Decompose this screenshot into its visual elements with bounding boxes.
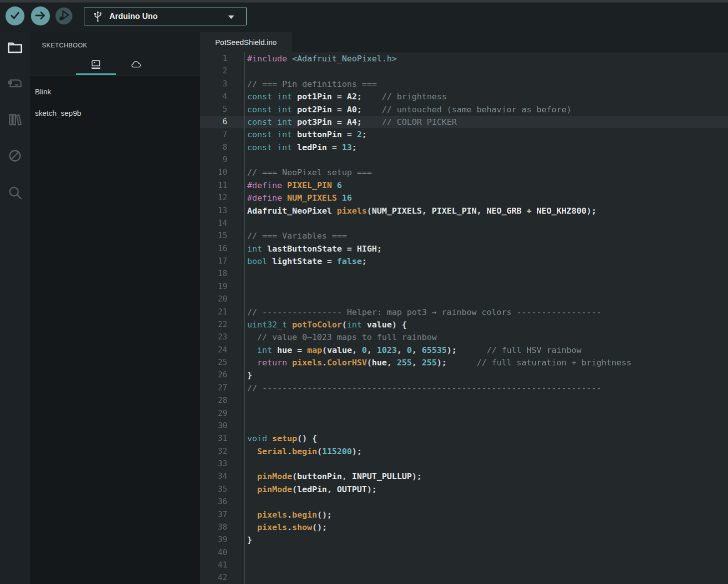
sidebar-item-search[interactable] xyxy=(0,185,30,221)
code-line[interactable]: 14 xyxy=(200,217,728,230)
code-line[interactable]: 28 xyxy=(200,394,728,407)
board-selector-label: Arduino Uno xyxy=(109,12,158,21)
code-line[interactable]: 31void setup() { xyxy=(200,432,728,445)
code-line[interactable]: 19 xyxy=(200,281,728,293)
line-number: 24 xyxy=(200,344,227,356)
code-line[interactable]: 41 xyxy=(200,559,728,572)
code-line[interactable]: 42 xyxy=(200,572,728,584)
editor-tab[interactable]: PotSeedShield.ino xyxy=(200,32,292,52)
code-line[interactable]: 38 pixels.show(); xyxy=(200,521,728,534)
board-selector[interactable]: Arduino Uno xyxy=(84,7,247,25)
code-text: } xyxy=(227,369,252,381)
code-line[interactable]: 20 xyxy=(200,293,728,305)
code-text: // === Pin definitions === xyxy=(227,78,377,90)
code-line[interactable]: 24 int hue = map(value, 0, 1023, 0, 6553… xyxy=(200,344,728,356)
line-number: 9 xyxy=(200,154,227,166)
code-line[interactable]: 37 pixels.begin(); xyxy=(200,509,728,521)
code-line[interactable]: 18 xyxy=(200,268,728,280)
upload-button[interactable] xyxy=(31,6,50,25)
code-line[interactable]: 4const int pot1Pin = A2; // brightness xyxy=(200,90,728,103)
code-line[interactable]: 9 xyxy=(200,154,728,166)
code-text: } xyxy=(227,534,252,546)
code-text: bool lightState = false; xyxy=(227,255,367,268)
sidebar-item-boards-manager[interactable] xyxy=(0,75,30,112)
sketchbook-title: SKETCHBOOK xyxy=(30,32,200,49)
sidebar-item-debug[interactable] xyxy=(0,148,30,185)
code-text: Adafruit_NeoPixel pixels(NUM_PIXELS, PIX… xyxy=(227,205,596,217)
code-line[interactable]: 34 pinMode(buttonPin, INPUT_PULLUP); xyxy=(200,470,728,483)
sketch-list-item[interactable]: sketch_sep9b xyxy=(30,102,200,124)
library-books-icon xyxy=(7,112,23,128)
sketchbook-panel: SKETCHBOOK xyxy=(30,32,200,584)
code-line[interactable]: 29 xyxy=(200,407,728,420)
code-line[interactable]: 35 pinMode(ledPin, OUTPUT); xyxy=(200,483,728,496)
code-line[interactable]: 40 xyxy=(200,547,728,559)
tab-cloud-sketchbook[interactable] xyxy=(116,56,156,75)
code-line[interactable]: 15// === Variables === xyxy=(200,230,728,242)
debug-button[interactable] xyxy=(55,7,72,24)
code-line[interactable]: 21// ---------------- Helper: map pot3 →… xyxy=(200,306,728,318)
code-line[interactable]: 27// -----------------------------------… xyxy=(200,382,728,394)
code-text: Serial.begin(115200); xyxy=(227,445,362,458)
code-line[interactable]: 26} xyxy=(200,369,728,381)
code-line[interactable]: 33 xyxy=(200,458,728,470)
line-number: 15 xyxy=(200,230,227,242)
code-line[interactable]: 16int lastButtonState = HIGH; xyxy=(200,243,728,255)
code-text: // -------------------------------------… xyxy=(227,382,601,394)
chevron-down-icon xyxy=(228,15,234,19)
line-number: 32 xyxy=(200,445,227,458)
line-number: 40 xyxy=(200,547,227,559)
code-line[interactable]: 7const int buttonPin = 2; xyxy=(200,128,728,141)
code-text: const int pot3Pin = A4; // COLOR PICKER xyxy=(227,116,457,128)
line-number: 23 xyxy=(200,331,227,343)
code-line[interactable]: 10// === NeoPixel setup === xyxy=(200,166,728,179)
code-line[interactable]: 22uint32_t potToColor(int value) { xyxy=(200,318,728,331)
line-number: 35 xyxy=(200,483,227,496)
code-line[interactable]: 11#define PIXEL_PIN 6 xyxy=(200,179,728,192)
tabs-divider xyxy=(30,75,200,75)
code-text: const int pot2Pin = A0; // untouched (sa… xyxy=(227,103,571,116)
code-text: #define NUM_PIXELS 16 xyxy=(227,192,352,204)
gutter-separator xyxy=(244,52,245,584)
sidebar-item-sketchbook[interactable] xyxy=(0,39,30,75)
code-line[interactable]: 2 xyxy=(200,65,728,77)
code-line[interactable]: 23 // value 0–1023 maps to full rainbow xyxy=(200,331,728,343)
code-line[interactable]: 8const int ledPin = 13; xyxy=(200,141,728,154)
laptop-icon xyxy=(90,58,102,72)
line-number: 26 xyxy=(200,369,227,381)
code-line[interactable]: 5const int pot2Pin = A0; // untouched (s… xyxy=(200,103,728,116)
code-line[interactable]: 1#include <Adafruit_NeoPixel.h> xyxy=(200,52,728,65)
verify-button[interactable] xyxy=(5,6,24,25)
line-number: 10 xyxy=(200,166,227,179)
code-text: int hue = map(value, 0, 1023, 0, 65535);… xyxy=(227,344,582,356)
code-text: int lastButtonState = HIGH; xyxy=(227,243,382,255)
line-number: 13 xyxy=(200,205,227,217)
code-line[interactable]: 32 Serial.begin(115200); xyxy=(200,445,728,458)
code-editor[interactable]: 1#include <Adafruit_NeoPixel.h>23// === … xyxy=(200,52,728,584)
line-number: 5 xyxy=(200,103,227,116)
code-line[interactable]: 12#define NUM_PIXELS 16 xyxy=(200,192,728,204)
line-number: 6 xyxy=(200,116,227,128)
code-line[interactable]: 36 xyxy=(200,496,728,508)
slash-circle-icon xyxy=(7,148,22,163)
code-text: pixels.show(); xyxy=(227,521,327,534)
code-line[interactable]: 3// === Pin definitions === xyxy=(200,78,728,90)
line-number: 34 xyxy=(200,470,227,483)
code-line[interactable]: 6const int pot3Pin = A4; // COLOR PICKER xyxy=(200,116,728,128)
code-text: // === NeoPixel setup === xyxy=(227,166,372,179)
line-number: 33 xyxy=(200,458,227,470)
code-line[interactable]: 17bool lightState = false; xyxy=(200,255,728,268)
line-number: 1 xyxy=(200,52,227,65)
code-text: const int ledPin = 13; xyxy=(227,141,357,154)
code-line[interactable]: 25 return pixels.ColorHSV(hue, 255, 255)… xyxy=(200,356,728,369)
code-line[interactable]: 39} xyxy=(200,534,728,546)
sidebar-item-library-manager[interactable] xyxy=(0,112,30,148)
tab-local-sketchbook[interactable] xyxy=(76,56,116,75)
line-number: 14 xyxy=(200,217,227,230)
code-line[interactable]: 13Adafruit_NeoPixel pixels(NUM_PIXELS, P… xyxy=(200,205,728,217)
editor: PotSeedShield.ino 1#include <Adafruit_Ne… xyxy=(200,32,728,584)
line-number: 41 xyxy=(200,559,227,572)
code-line[interactable]: 30 xyxy=(200,420,728,432)
sketch-list-item[interactable]: Blink xyxy=(30,81,200,102)
line-number: 37 xyxy=(200,509,227,521)
